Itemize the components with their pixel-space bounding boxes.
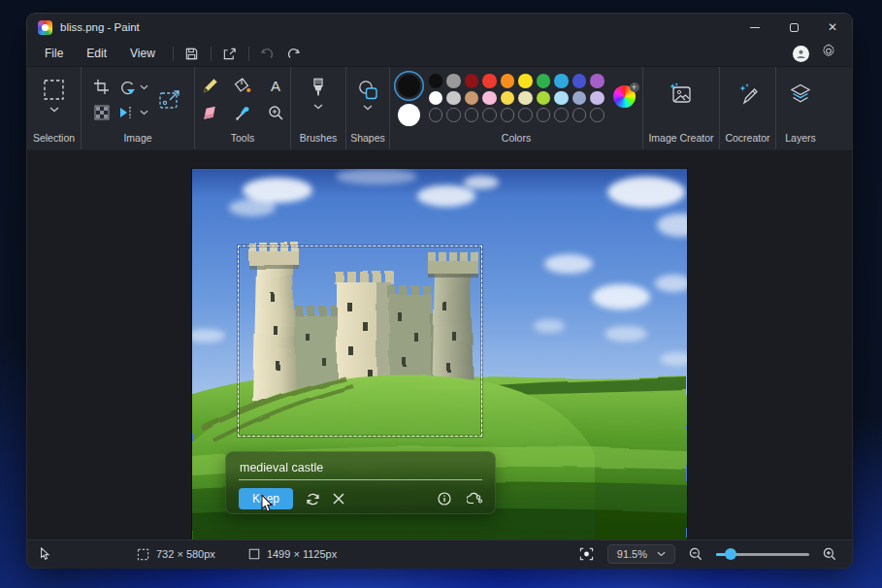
color-swatch[interactable] (482, 108, 497, 122)
color-swatch[interactable] (537, 74, 551, 88)
palette-row (429, 108, 604, 122)
menu-edit[interactable]: Edit (75, 43, 118, 64)
share-icon[interactable] (217, 43, 243, 64)
layers-icon[interactable] (789, 82, 812, 106)
color-swatch[interactable] (554, 108, 569, 122)
section-label: Colors (502, 132, 531, 149)
edit-colors-button[interactable]: + (613, 85, 636, 108)
section-image-creator: Image Creator (643, 67, 720, 149)
chevron-down-icon[interactable] (363, 105, 373, 111)
save-icon[interactable] (180, 43, 205, 64)
color-swatch[interactable] (572, 74, 587, 88)
resize-image-icon[interactable] (157, 87, 182, 113)
color-swatch[interactable] (465, 91, 479, 106)
eraser-icon[interactable] (201, 105, 218, 121)
background-remove-icon[interactable] (93, 105, 110, 120)
color-swatch[interactable] (518, 91, 533, 106)
brush-icon[interactable] (310, 78, 326, 101)
zoom-in-icon[interactable] (823, 547, 836, 561)
minimize-button[interactable] (735, 14, 774, 41)
selection-size-icon (137, 548, 149, 561)
section-label: Image (123, 132, 151, 149)
info-icon[interactable] (438, 492, 451, 506)
section-image: Image (82, 67, 195, 149)
zoom-out-icon[interactable] (689, 547, 702, 561)
color-swatch[interactable] (446, 108, 461, 122)
secondary-color-swatch[interactable] (398, 104, 420, 126)
cocreator-icon[interactable] (736, 82, 760, 106)
canvas[interactable]: Keep (192, 169, 687, 540)
color-swatch[interactable] (590, 108, 604, 122)
text-tool-icon[interactable]: A (267, 78, 284, 94)
paint-window: bliss.png - Paint ✕ File Edit View (27, 14, 852, 568)
color-swatch[interactable] (590, 91, 604, 106)
chevron-down-icon[interactable] (313, 104, 323, 110)
canvas-size-value: 1499 × 1125px (267, 548, 337, 560)
color-swatch[interactable] (501, 74, 515, 88)
fit-to-screen-icon[interactable] (579, 547, 594, 561)
mouse-cursor (260, 495, 275, 514)
primary-color-swatch[interactable] (398, 75, 420, 97)
section-label: Brushes (300, 132, 338, 149)
regenerate-icon[interactable] (306, 492, 320, 506)
chevron-down-icon[interactable] (140, 84, 148, 90)
rectangle-select-icon[interactable] (41, 77, 67, 103)
color-swatch[interactable] (554, 91, 569, 106)
chevron-down-icon[interactable] (49, 107, 59, 113)
section-shapes: Shapes (346, 67, 390, 149)
palette-row (429, 74, 604, 88)
canvas-size-icon (248, 548, 260, 560)
color-swatch[interactable] (465, 108, 479, 122)
color-swatch[interactable] (501, 108, 515, 122)
color-swatch[interactable] (482, 74, 497, 88)
section-label: Cocreator (725, 132, 769, 149)
redo-icon[interactable] (280, 43, 306, 64)
prompt-input[interactable] (239, 459, 482, 480)
selection-rectangle[interactable] (238, 245, 482, 437)
fill-bucket-icon[interactable] (234, 78, 251, 94)
undo-icon[interactable] (255, 43, 280, 64)
discard-icon[interactable] (333, 493, 344, 505)
maximize-button[interactable] (774, 14, 813, 41)
shapes-icon[interactable] (356, 80, 379, 101)
close-button[interactable]: ✕ (813, 14, 852, 41)
crop-icon[interactable] (93, 79, 110, 95)
section-layers: Layers (776, 67, 825, 149)
pencil-icon[interactable] (201, 78, 218, 94)
color-swatch[interactable] (537, 108, 551, 122)
color-swatch[interactable] (518, 108, 533, 122)
image-creator-icon[interactable] (669, 82, 694, 106)
color-swatch[interactable] (429, 108, 443, 122)
eyedropper-icon[interactable] (234, 105, 251, 121)
rotate-icon[interactable] (118, 80, 136, 95)
color-swatch[interactable] (501, 91, 515, 106)
divider (173, 47, 174, 61)
selection-size-value: 732 × 580px (156, 548, 215, 560)
zoom-level-dropdown[interactable]: 91.5% (607, 544, 675, 564)
color-swatch[interactable] (465, 74, 479, 88)
divider (211, 47, 212, 61)
pointer-icon (40, 547, 50, 561)
color-swatch[interactable] (518, 74, 533, 88)
menu-view[interactable]: View (118, 43, 167, 64)
zoom-slider[interactable] (716, 553, 809, 556)
magnifier-icon[interactable] (267, 105, 284, 121)
menu-file[interactable]: File (33, 43, 75, 64)
color-swatch[interactable] (429, 91, 443, 106)
zoom-slider-thumb[interactable] (725, 548, 736, 560)
settings-gear-icon[interactable] (821, 44, 836, 63)
color-swatch[interactable] (446, 74, 461, 88)
color-swatch[interactable] (537, 91, 551, 106)
color-swatch[interactable] (429, 74, 443, 88)
section-tools: A Tools (195, 67, 291, 149)
flip-icon[interactable] (118, 105, 136, 120)
account-avatar-icon[interactable] (793, 46, 809, 62)
color-swatch[interactable] (572, 108, 587, 122)
color-swatch[interactable] (590, 74, 604, 88)
color-swatch[interactable] (572, 91, 587, 106)
color-swatch[interactable] (554, 74, 569, 88)
feedback-icon[interactable] (467, 492, 482, 506)
chevron-down-icon[interactable] (140, 110, 148, 115)
color-swatch[interactable] (482, 91, 497, 106)
color-swatch[interactable] (446, 91, 461, 106)
